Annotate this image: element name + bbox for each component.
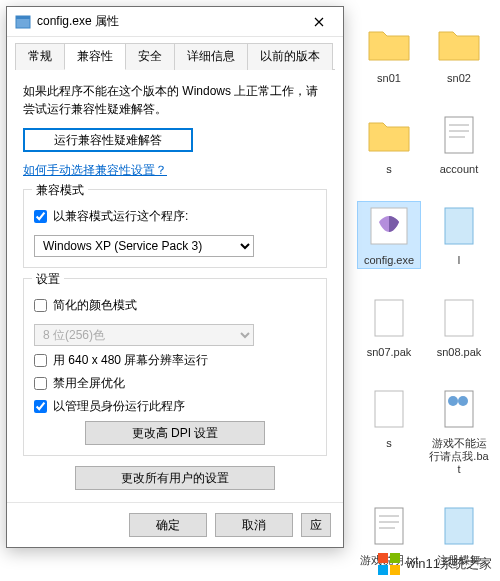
file-item[interactable]: sn08.pak [428, 294, 490, 359]
tab-content: 如果此程序不能在这个版本的 Windows 上正常工作，请尝试运行兼容性疑难解答… [7, 70, 343, 502]
tab-0[interactable]: 常规 [15, 43, 65, 70]
lowres-row[interactable]: 用 640 x 480 屏幕分辨率运行 [34, 352, 316, 369]
file-label: account [440, 163, 479, 176]
file-label: sn02 [447, 72, 471, 85]
file-label: l [458, 254, 460, 267]
color-depth-select: 8 位(256)色 [34, 324, 254, 346]
txt-icon [365, 502, 413, 550]
file-item[interactable]: s [358, 385, 420, 477]
file-item[interactable]: 游戏不能运行请点我.bat [428, 385, 490, 477]
app-icon [15, 14, 31, 30]
file-icon [435, 502, 483, 550]
run-as-admin-label: 以管理员身份运行此程序 [53, 398, 185, 415]
disable-fullscreen-row[interactable]: 禁用全屏优化 [34, 375, 316, 392]
window-title: config.exe 属性 [37, 13, 299, 30]
svg-rect-5 [445, 208, 473, 244]
bat-icon [435, 385, 483, 433]
run-as-admin-checkbox[interactable] [34, 400, 47, 413]
intro-text: 如果此程序不能在这个版本的 Windows 上正常工作，请尝试运行兼容性疑难解答… [23, 82, 327, 118]
compat-mode-checkbox-row[interactable]: 以兼容模式运行这个程序: [34, 208, 316, 225]
pak-icon [365, 294, 413, 342]
folder-icon [365, 20, 413, 68]
svg-rect-0 [445, 117, 473, 153]
pak-icon [435, 294, 483, 342]
cancel-button[interactable]: 取消 [215, 513, 293, 537]
file-item[interactable]: sn02 [428, 20, 490, 85]
svg-rect-9 [445, 391, 473, 427]
file-item[interactable]: sn01 [358, 20, 420, 85]
file-label: 游戏不能运行请点我.bat [428, 437, 490, 477]
close-button[interactable] [299, 8, 339, 36]
folder-icon [435, 20, 483, 68]
txt-icon [435, 111, 483, 159]
file-label: sn07.pak [367, 346, 412, 359]
lowres-checkbox[interactable] [34, 354, 47, 367]
svg-rect-8 [375, 391, 403, 427]
run-troubleshooter-button[interactable]: 运行兼容性疑难解答 [23, 128, 193, 152]
compat-mode-title: 兼容模式 [32, 182, 88, 199]
reduced-color-label: 简化的颜色模式 [53, 297, 137, 314]
folder-icon [365, 111, 413, 159]
titlebar: config.exe 属性 [7, 7, 343, 37]
tab-1[interactable]: 兼容性 [64, 43, 126, 70]
file-item[interactable]: sn07.pak [358, 294, 420, 359]
file-icon [435, 202, 483, 250]
svg-point-10 [448, 396, 458, 406]
compat-mode-checkbox[interactable] [34, 210, 47, 223]
tab-2[interactable]: 安全 [125, 43, 175, 70]
compat-mode-select[interactable]: Windows XP (Service Pack 3) [34, 235, 254, 257]
lowres-label: 用 640 x 480 屏幕分辨率运行 [53, 352, 208, 369]
watermark-text: win11系统之家 [406, 555, 492, 573]
disable-fullscreen-checkbox[interactable] [34, 377, 47, 390]
file-item[interactable]: account [428, 111, 490, 176]
reduced-color-checkbox[interactable] [34, 299, 47, 312]
exe-icon [365, 202, 413, 250]
run-as-admin-row[interactable]: 以管理员身份运行此程序 [34, 398, 316, 415]
settings-group: 设置 简化的颜色模式 8 位(256)色 用 640 x 480 屏幕分辨率运行… [23, 278, 327, 456]
compat-mode-label: 以兼容模式运行这个程序: [53, 208, 188, 225]
watermark: win11系统之家 [378, 553, 492, 575]
tab-4[interactable]: 以前的版本 [247, 43, 333, 70]
file-label: s [386, 437, 392, 450]
svg-rect-6 [375, 300, 403, 336]
dialog-footer: 确定 取消 应 [7, 502, 343, 547]
settings-title: 设置 [32, 271, 64, 288]
file-item[interactable]: l [428, 202, 490, 267]
tab-3[interactable]: 详细信息 [174, 43, 248, 70]
help-link[interactable]: 如何手动选择兼容性设置？ [23, 162, 167, 179]
windows-logo-icon [378, 553, 400, 575]
file-label: sn01 [377, 72, 401, 85]
svg-rect-7 [445, 300, 473, 336]
svg-rect-16 [445, 508, 473, 544]
svg-point-11 [458, 396, 468, 406]
disable-fullscreen-label: 禁用全屏优化 [53, 375, 125, 392]
svg-rect-18 [16, 16, 30, 19]
reduced-color-row[interactable]: 简化的颜色模式 [34, 297, 316, 314]
change-all-users-button[interactable]: 更改所有用户的设置 [75, 466, 275, 490]
change-dpi-button[interactable]: 更改高 DPI 设置 [85, 421, 265, 445]
pak-icon [365, 385, 413, 433]
file-label: s [386, 163, 392, 176]
ok-button[interactable]: 确定 [129, 513, 207, 537]
tabstrip: 常规兼容性安全详细信息以前的版本 [7, 37, 343, 70]
svg-rect-12 [375, 508, 403, 544]
compat-mode-group: 兼容模式 以兼容模式运行这个程序: Windows XP (Service Pa… [23, 189, 327, 268]
file-item[interactable]: config.exe [358, 202, 420, 267]
file-label: config.exe [364, 254, 414, 267]
properties-dialog: config.exe 属性 常规兼容性安全详细信息以前的版本 如果此程序不能在这… [6, 6, 344, 548]
file-label: sn08.pak [437, 346, 482, 359]
file-item[interactable]: s [358, 111, 420, 176]
apply-button[interactable]: 应 [301, 513, 331, 537]
